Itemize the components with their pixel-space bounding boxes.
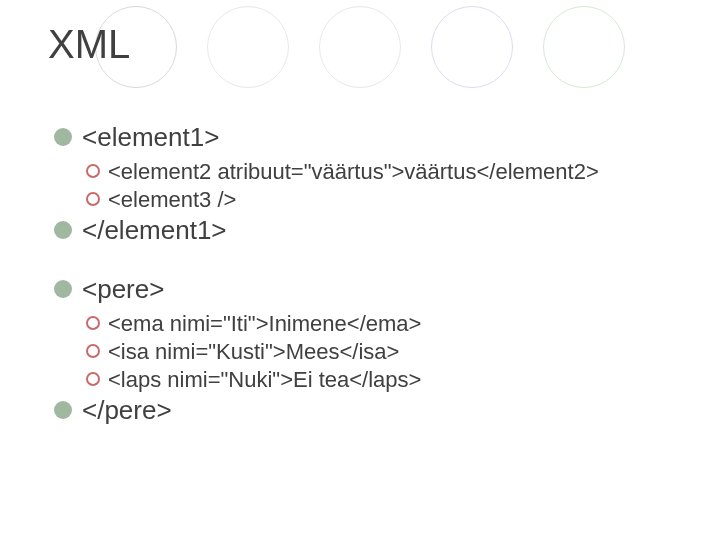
bullet-solid-icon	[54, 221, 72, 239]
circle-decoration	[431, 6, 513, 88]
bullet-hollow-icon	[86, 192, 100, 206]
bullet-hollow-icon	[86, 344, 100, 358]
list-item: <element2 atribuut="väärtus">väärtus</el…	[54, 159, 674, 185]
slide-content: <element1> <element2 atribuut="väärtus">…	[54, 122, 674, 432]
list-item: <laps nimi="Nuki">Ei tea</laps>	[54, 367, 674, 393]
code-text: <ema nimi="Iti">Inimene</ema>	[108, 311, 421, 337]
code-text: <element1>	[82, 122, 219, 153]
code-text: <laps nimi="Nuki">Ei tea</laps>	[108, 367, 421, 393]
list-item: <ema nimi="Iti">Inimene</ema>	[54, 311, 674, 337]
bullet-solid-icon	[54, 280, 72, 298]
list-item: <element1>	[54, 122, 674, 153]
bullet-solid-icon	[54, 401, 72, 419]
list-item: <isa nimi="Kusti">Mees</isa>	[54, 339, 674, 365]
slide-title: XML	[48, 22, 130, 67]
code-text: <isa nimi="Kusti">Mees</isa>	[108, 339, 399, 365]
bullet-hollow-icon	[86, 316, 100, 330]
code-text: <element3 />	[108, 187, 236, 213]
bullet-hollow-icon	[86, 164, 100, 178]
circle-decoration	[543, 6, 625, 88]
bullet-hollow-icon	[86, 372, 100, 386]
circle-decoration	[207, 6, 289, 88]
list-item: <pere>	[54, 274, 674, 305]
circle-decoration	[319, 6, 401, 88]
code-text: <pere>	[82, 274, 164, 305]
bullet-solid-icon	[54, 128, 72, 146]
code-text: </pere>	[82, 395, 172, 426]
code-text: <element2 atribuut="väärtus">väärtus</el…	[108, 159, 599, 185]
list-item: </element1>	[54, 215, 674, 246]
list-item: <element3 />	[54, 187, 674, 213]
code-text: </element1>	[82, 215, 227, 246]
list-item: </pere>	[54, 395, 674, 426]
